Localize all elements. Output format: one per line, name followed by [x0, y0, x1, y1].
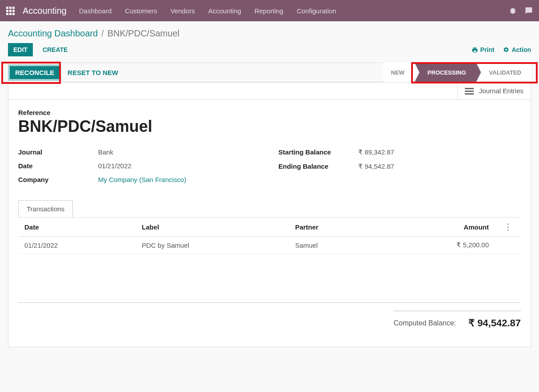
computed-balance-label: Computed Balance: — [393, 319, 456, 327]
action-label: Action — [511, 46, 531, 53]
action-dropdown[interactable]: Action — [503, 46, 531, 53]
tab-transactions[interactable]: Transactions — [18, 200, 73, 217]
nav-dashboard[interactable]: Dashboard — [79, 7, 111, 15]
list-icon — [465, 88, 474, 95]
form-sheet: Journal Entries Reference BNK/PDC/Samuel… — [8, 82, 531, 347]
table-row[interactable]: 01/21/2022 PDC by Samuel Samuel ₹ 5,200.… — [18, 237, 521, 254]
print-label: Print — [480, 46, 495, 53]
cell-partner: Samuel — [289, 237, 380, 254]
nav-menu: Dashboard Customers Vendors Accounting R… — [79, 7, 336, 15]
cell-label: PDC by Samuel — [135, 237, 289, 254]
status-bar: NEW PROCESSING VALIDATED — [383, 63, 531, 82]
col-partner: Partner — [289, 218, 380, 237]
nav-reporting[interactable]: Reporting — [254, 7, 283, 15]
toolbar: EDIT CREATE Print Action — [0, 43, 539, 63]
col-date: Date — [18, 218, 135, 237]
breadcrumb: Accounting Dashboard / BNK/PDC/Samuel — [0, 21, 539, 43]
cell-date: 01/21/2022 — [18, 237, 135, 254]
journal-label: Journal — [18, 148, 98, 156]
top-navbar: Accounting Dashboard Customers Vendors A… — [0, 0, 539, 21]
starting-balance-value: ₹ 89,342.87 — [358, 148, 394, 156]
journal-entries-label: Journal Entries — [479, 87, 523, 95]
date-value: 01/21/2022 — [98, 162, 131, 170]
print-icon — [472, 47, 478, 53]
transactions-table: Date Label Partner Amount ⋮ 01/21/2022 P… — [18, 217, 521, 254]
brand-label: Accounting — [23, 6, 67, 16]
breadcrumb-separator: / — [101, 28, 104, 39]
bug-icon[interactable] — [509, 7, 517, 15]
nav-customers[interactable]: Customers — [125, 7, 157, 15]
journal-value: Bank — [98, 148, 113, 156]
reference-label: Reference — [18, 109, 521, 116]
gear-icon — [503, 47, 509, 53]
status-validated[interactable]: VALIDATED — [476, 63, 531, 82]
secondary-toolbar: RECONCILE RESET TO NEW NEW PROCESSING VA… — [0, 63, 539, 82]
breadcrumb-current: BNK/PDC/Samuel — [107, 28, 179, 39]
col-amount: Amount — [380, 218, 495, 237]
reset-to-new-button[interactable]: RESET TO NEW — [67, 69, 118, 76]
stat-button-box: Journal Entries — [8, 83, 531, 100]
ending-balance-value: ₹ 94,542.87 — [358, 162, 394, 170]
ending-balance-label: Ending Balance — [278, 162, 358, 170]
status-new[interactable]: NEW — [383, 63, 414, 82]
print-action[interactable]: Print — [472, 46, 495, 53]
col-label: Label — [135, 218, 289, 237]
create-button[interactable]: CREATE — [37, 43, 73, 56]
edit-button[interactable]: EDIT — [8, 43, 33, 56]
starting-balance-label: Starting Balance — [278, 148, 358, 156]
reconcile-button[interactable]: RECONCILE — [8, 64, 61, 81]
computed-balance-value: ₹ 94,542.87 — [468, 317, 521, 329]
company-value[interactable]: My Company (San Francisco) — [98, 176, 186, 183]
apps-icon[interactable] — [6, 7, 15, 15]
company-label: Company — [18, 176, 98, 183]
date-label: Date — [18, 162, 98, 170]
breadcrumb-root[interactable]: Accounting Dashboard — [8, 28, 98, 39]
reference-value: BNK/PDC/Samuel — [18, 117, 521, 136]
cell-amount: ₹ 5,200.00 — [380, 237, 495, 254]
table-empty-space — [18, 258, 521, 303]
nav-vendors[interactable]: Vendors — [170, 7, 195, 15]
totals-area: Computed Balance: ₹ 94,542.87 — [18, 311, 521, 329]
journal-entries-button[interactable]: Journal Entries — [457, 83, 531, 99]
nav-configuration[interactable]: Configuration — [297, 7, 336, 15]
chat-icon[interactable] — [525, 7, 533, 15]
nav-accounting[interactable]: Accounting — [208, 7, 241, 15]
columns-options-icon[interactable]: ⋮ — [501, 222, 515, 231]
status-processing[interactable]: PROCESSING — [414, 63, 476, 82]
